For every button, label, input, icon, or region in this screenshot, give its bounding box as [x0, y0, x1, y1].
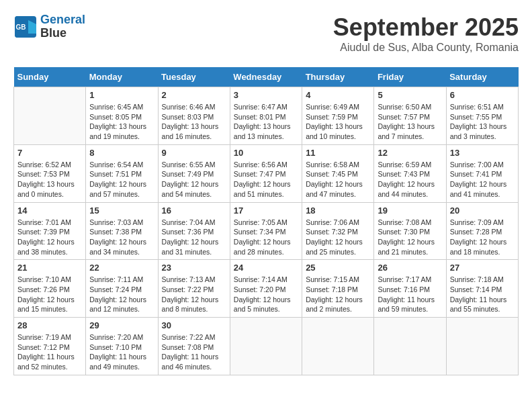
- calendar-cell: 21Sunrise: 7:10 AM Sunset: 7:26 PM Dayli…: [14, 260, 86, 318]
- title-section: September 2025 Aiudul de Sus, Alba Count…: [333, 13, 519, 54]
- day-number: 20: [450, 205, 515, 216]
- day-info: Sunrise: 6:50 AM Sunset: 7:57 PM Dayligh…: [378, 102, 442, 142]
- calendar-cell: 4Sunrise: 6:49 AM Sunset: 7:59 PM Daylig…: [302, 87, 374, 145]
- calendar-cell: [302, 318, 374, 375]
- day-info: Sunrise: 7:18 AM Sunset: 7:14 PM Dayligh…: [450, 275, 515, 314]
- calendar-cell: 11Sunrise: 6:58 AM Sunset: 7:45 PM Dayli…: [302, 144, 374, 202]
- calendar-table: SundayMondayTuesdayWednesdayThursdayFrid…: [13, 67, 519, 375]
- weekday-header-wednesday: Wednesday: [230, 67, 302, 87]
- day-number: 18: [306, 205, 370, 216]
- calendar-cell: 5Sunrise: 6:50 AM Sunset: 7:57 PM Daylig…: [374, 87, 446, 145]
- day-number: 6: [450, 90, 515, 100]
- day-info: Sunrise: 7:08 AM Sunset: 7:30 PM Dayligh…: [378, 218, 442, 257]
- day-number: 4: [306, 90, 370, 100]
- weekday-header-row: SundayMondayTuesdayWednesdayThursdayFrid…: [14, 67, 519, 87]
- calendar-cell: 26Sunrise: 7:17 AM Sunset: 7:16 PM Dayli…: [374, 260, 446, 318]
- svg-text:GB: GB: [16, 24, 26, 31]
- day-number: 16: [162, 205, 226, 216]
- day-info: Sunrise: 7:04 AM Sunset: 7:36 PM Dayligh…: [162, 218, 226, 257]
- day-info: Sunrise: 6:55 AM Sunset: 7:49 PM Dayligh…: [162, 160, 226, 199]
- calendar-cell: 29Sunrise: 7:20 AM Sunset: 7:10 PM Dayli…: [86, 318, 158, 375]
- logo-icon: GB: [13, 15, 38, 39]
- calendar-cell: 27Sunrise: 7:18 AM Sunset: 7:14 PM Dayli…: [446, 260, 518, 318]
- day-info: Sunrise: 6:47 AM Sunset: 8:01 PM Dayligh…: [234, 102, 298, 142]
- day-info: Sunrise: 7:11 AM Sunset: 7:24 PM Dayligh…: [89, 275, 154, 314]
- calendar-cell: 17Sunrise: 7:05 AM Sunset: 7:34 PM Dayli…: [230, 202, 302, 260]
- calendar-cell: 19Sunrise: 7:08 AM Sunset: 7:30 PM Dayli…: [374, 202, 446, 260]
- calendar-cell: 13Sunrise: 7:00 AM Sunset: 7:41 PM Dayli…: [446, 144, 518, 202]
- day-info: Sunrise: 7:03 AM Sunset: 7:38 PM Dayligh…: [89, 218, 154, 257]
- day-info: Sunrise: 6:45 AM Sunset: 8:05 PM Dayligh…: [89, 102, 154, 142]
- day-number: 23: [162, 263, 226, 273]
- calendar-cell: 9Sunrise: 6:55 AM Sunset: 7:49 PM Daylig…: [158, 144, 230, 202]
- logo-text: General Blue: [40, 13, 85, 40]
- calendar-cell: 23Sunrise: 7:13 AM Sunset: 7:22 PM Dayli…: [158, 260, 230, 318]
- calendar-cell: 20Sunrise: 7:09 AM Sunset: 7:28 PM Dayli…: [446, 202, 518, 260]
- calendar-cell: 1Sunrise: 6:45 AM Sunset: 8:05 PM Daylig…: [86, 87, 158, 145]
- day-info: Sunrise: 7:06 AM Sunset: 7:32 PM Dayligh…: [306, 218, 370, 257]
- day-number: 10: [234, 148, 298, 158]
- day-number: 17: [234, 205, 298, 216]
- day-number: 13: [450, 148, 515, 158]
- day-number: 24: [234, 263, 298, 273]
- day-info: Sunrise: 7:19 AM Sunset: 7:12 PM Dayligh…: [17, 332, 82, 372]
- calendar-cell: 8Sunrise: 6:54 AM Sunset: 7:51 PM Daylig…: [86, 144, 158, 202]
- day-number: 3: [234, 90, 298, 100]
- day-info: Sunrise: 6:58 AM Sunset: 7:45 PM Dayligh…: [306, 160, 370, 199]
- day-number: 7: [17, 148, 82, 158]
- calendar-cell: [446, 318, 518, 375]
- location-title: Aiudul de Sus, Alba County, Romania: [333, 42, 519, 54]
- calendar-cell: 14Sunrise: 7:01 AM Sunset: 7:39 PM Dayli…: [14, 202, 86, 260]
- day-number: 25: [306, 263, 370, 273]
- day-number: 1: [89, 90, 154, 100]
- day-number: 14: [17, 205, 82, 216]
- weekday-header-thursday: Thursday: [302, 67, 374, 87]
- month-title: September 2025: [333, 13, 519, 42]
- day-info: Sunrise: 7:22 AM Sunset: 7:08 PM Dayligh…: [162, 332, 226, 372]
- day-number: 5: [378, 90, 442, 100]
- week-row-3: 21Sunrise: 7:10 AM Sunset: 7:26 PM Dayli…: [14, 260, 519, 318]
- calendar-cell: 2Sunrise: 6:46 AM Sunset: 8:03 PM Daylig…: [158, 87, 230, 145]
- weekday-header-tuesday: Tuesday: [158, 67, 230, 87]
- day-info: Sunrise: 7:01 AM Sunset: 7:39 PM Dayligh…: [17, 218, 82, 257]
- day-info: Sunrise: 7:14 AM Sunset: 7:20 PM Dayligh…: [234, 275, 298, 314]
- weekday-header-friday: Friday: [374, 67, 446, 87]
- calendar-cell: [14, 87, 86, 145]
- logo: GB General Blue: [13, 13, 85, 40]
- day-info: Sunrise: 7:05 AM Sunset: 7:34 PM Dayligh…: [234, 218, 298, 257]
- day-number: 29: [89, 320, 154, 330]
- day-info: Sunrise: 6:59 AM Sunset: 7:43 PM Dayligh…: [378, 160, 442, 199]
- day-info: Sunrise: 6:46 AM Sunset: 8:03 PM Dayligh…: [162, 102, 226, 142]
- day-info: Sunrise: 6:49 AM Sunset: 7:59 PM Dayligh…: [306, 102, 370, 142]
- week-row-4: 28Sunrise: 7:19 AM Sunset: 7:12 PM Dayli…: [14, 318, 519, 375]
- day-info: Sunrise: 6:51 AM Sunset: 7:55 PM Dayligh…: [450, 102, 515, 142]
- calendar-cell: 22Sunrise: 7:11 AM Sunset: 7:24 PM Dayli…: [86, 260, 158, 318]
- day-number: 19: [378, 205, 442, 216]
- week-row-1: 7Sunrise: 6:52 AM Sunset: 7:53 PM Daylig…: [14, 144, 519, 202]
- calendar-cell: 25Sunrise: 7:15 AM Sunset: 7:18 PM Dayli…: [302, 260, 374, 318]
- day-info: Sunrise: 7:10 AM Sunset: 7:26 PM Dayligh…: [17, 275, 82, 314]
- calendar-cell: 3Sunrise: 6:47 AM Sunset: 8:01 PM Daylig…: [230, 87, 302, 145]
- day-number: 8: [89, 148, 154, 158]
- day-number: 28: [17, 320, 82, 330]
- calendar-cell: 10Sunrise: 6:56 AM Sunset: 7:47 PM Dayli…: [230, 144, 302, 202]
- calendar-cell: 16Sunrise: 7:04 AM Sunset: 7:36 PM Dayli…: [158, 202, 230, 260]
- calendar-cell: 28Sunrise: 7:19 AM Sunset: 7:12 PM Dayli…: [14, 318, 86, 375]
- day-info: Sunrise: 7:15 AM Sunset: 7:18 PM Dayligh…: [306, 275, 370, 314]
- day-number: 21: [17, 263, 82, 273]
- day-number: 22: [89, 263, 154, 273]
- calendar-cell: [230, 318, 302, 375]
- day-info: Sunrise: 6:52 AM Sunset: 7:53 PM Dayligh…: [17, 160, 82, 199]
- calendar-cell: 30Sunrise: 7:22 AM Sunset: 7:08 PM Dayli…: [158, 318, 230, 375]
- day-number: 12: [378, 148, 442, 158]
- day-number: 11: [306, 148, 370, 158]
- day-number: 27: [450, 263, 515, 273]
- weekday-header-saturday: Saturday: [446, 67, 518, 87]
- day-number: 15: [89, 205, 154, 216]
- calendar-cell: 6Sunrise: 6:51 AM Sunset: 7:55 PM Daylig…: [446, 87, 518, 145]
- calendar-cell: 18Sunrise: 7:06 AM Sunset: 7:32 PM Dayli…: [302, 202, 374, 260]
- day-info: Sunrise: 6:56 AM Sunset: 7:47 PM Dayligh…: [234, 160, 298, 199]
- calendar-cell: 15Sunrise: 7:03 AM Sunset: 7:38 PM Dayli…: [86, 202, 158, 260]
- day-info: Sunrise: 7:09 AM Sunset: 7:28 PM Dayligh…: [450, 218, 515, 257]
- day-info: Sunrise: 7:00 AM Sunset: 7:41 PM Dayligh…: [450, 160, 515, 199]
